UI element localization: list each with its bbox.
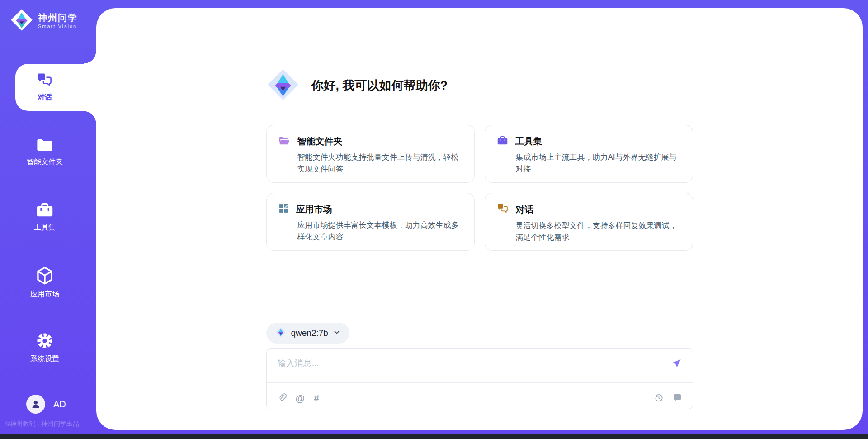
model-gem-icon: [275, 327, 286, 339]
sidebar-item-settings[interactable]: 系统设置: [0, 324, 96, 372]
sidebar-item-label: 系统设置: [30, 354, 59, 364]
card-title: 工具集: [515, 135, 542, 148]
brand-name: 神州问学: [38, 13, 78, 23]
card-chat[interactable]: 对话 灵活切换多模型文件，支持多样回复效果调试，满足个性化需求: [485, 193, 693, 251]
mention-icon[interactable]: @: [296, 393, 305, 403]
assistant-gem-icon: [266, 68, 300, 103]
sidebar-item-label: 对话: [38, 93, 52, 102]
user-initials: AD: [53, 399, 66, 410]
card-description: 灵活切换多模型文件，支持多样回复效果调试，满足个性化需求: [516, 220, 681, 244]
brand: 神州问学 Smart Vision: [10, 8, 78, 33]
grid-icon: [278, 203, 289, 215]
folder-icon: [36, 138, 53, 153]
avatar: [26, 395, 45, 414]
sidebar: 神州问学 Smart Vision 对话: [0, 0, 96, 434]
model-selector[interactable]: qwen2:7b: [266, 323, 349, 344]
sidebar-item-smart-folder[interactable]: 智能文件夹: [0, 129, 96, 176]
card-title: 对话: [516, 204, 534, 216]
sidebar-item-chat[interactable]: 对话: [0, 64, 96, 111]
card-description: 集成市场上主流工具，助力AI与外界无缝扩展与对接: [516, 152, 681, 176]
gear-icon: [36, 332, 53, 349]
model-name: qwen2:7b: [291, 328, 328, 338]
sidebar-item-label: 智能文件夹: [27, 157, 63, 167]
send-icon[interactable]: [671, 358, 682, 369]
sidebar-item-app-market[interactable]: 应用市场: [0, 259, 96, 306]
sidebar-item-label: 应用市场: [30, 290, 59, 299]
toolbox-icon: [497, 136, 508, 148]
user-profile[interactable]: AD: [26, 395, 66, 414]
window-bottom-edge: [0, 434, 868, 439]
feature-cards: 智能文件夹 智能文件夹功能支持批量文件上传与清洗，轻松实现文件问答 工具集: [266, 125, 693, 251]
main-panel: 你好, 我可以如何帮助你? 智能文件夹 智能文件夹功能支持批量文件上传与清洗，轻…: [96, 8, 863, 430]
attach-file-icon[interactable]: [278, 393, 287, 403]
message-input[interactable]: [278, 358, 664, 368]
hashtag-icon[interactable]: #: [314, 393, 319, 403]
brand-gem-icon: [10, 8, 33, 33]
history-icon[interactable]: [654, 393, 664, 403]
chat-icon: [497, 203, 509, 216]
card-description: 智能文件夹功能支持批量文件上传与清洗，轻松实现文件问答: [297, 152, 462, 176]
card-title: 智能文件夹: [297, 135, 343, 148]
sidebar-nav: 对话 智能文件夹: [0, 64, 96, 390]
card-smart-folder[interactable]: 智能文件夹 智能文件夹功能支持批量文件上传与清洗，轻松实现文件问答: [266, 125, 475, 183]
sidebar-footer-credit: ©神州数码 · 神州问学出品: [5, 420, 96, 428]
sidebar-item-label: 工具集: [34, 223, 56, 233]
message-bubble-icon[interactable]: [673, 393, 682, 402]
message-composer: @ #: [266, 348, 693, 409]
folder-open-icon: [278, 136, 290, 148]
card-title: 应用市场: [296, 203, 332, 215]
composer-divider: [267, 382, 693, 383]
brand-subtitle: Smart Vision: [38, 24, 78, 29]
card-description: 应用市场提供丰富长文本模板，助力高效生成多样化文章内容: [297, 220, 462, 243]
toolbox-icon: [36, 203, 54, 218]
chat-icon: [37, 72, 53, 88]
sidebar-item-toolset[interactable]: 工具集: [0, 194, 96, 241]
cube-icon: [36, 267, 53, 285]
card-toolset[interactable]: 工具集 集成市场上主流工具，助力AI与外界无缝扩展与对接: [485, 125, 693, 183]
greeting-text: 你好, 我可以如何帮助你?: [311, 77, 448, 94]
chevron-down-icon: [333, 329, 340, 338]
greeting: 你好, 我可以如何帮助你?: [266, 68, 448, 103]
card-app-market[interactable]: 应用市场 应用市场提供丰富长文本模板，助力高效生成多样化文章内容: [266, 193, 475, 251]
